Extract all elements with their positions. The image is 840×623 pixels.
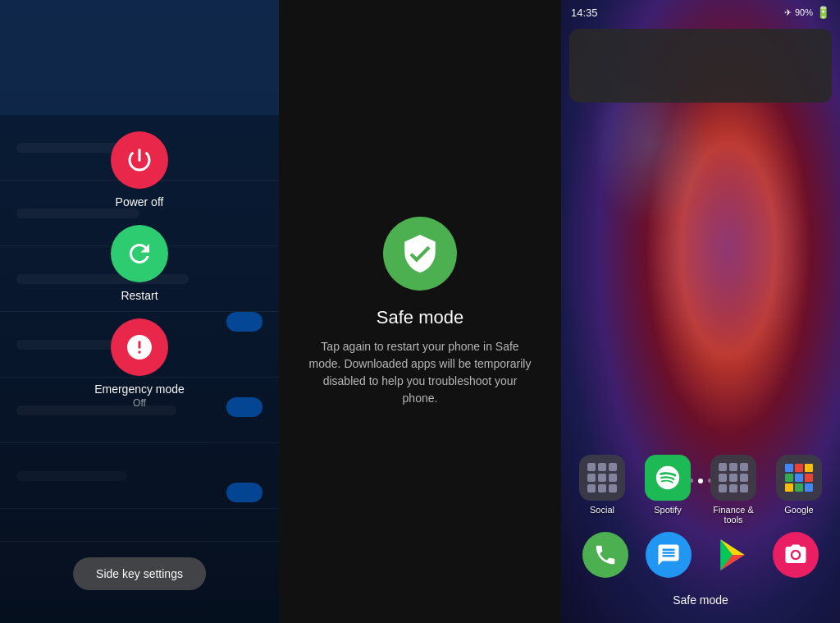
safe-mode-bottom-label: Safe mode	[561, 593, 840, 607]
spotify-label: Spotify	[654, 505, 682, 515]
battery-icon: 🔋	[816, 6, 830, 19]
phone-screen: 14:35 ✈ 90% 🔋 Social	[561, 0, 840, 623]
power-menu: Power off Restart Emergency mode Off	[0, 131, 279, 425]
battery-text: 90%	[795, 7, 813, 17]
power-icon	[125, 145, 154, 175]
play-store-icon	[712, 534, 753, 575]
google-app-icon	[776, 455, 822, 501]
side-key-settings-button[interactable]: Side key settings	[73, 557, 206, 590]
social-label: Social	[590, 505, 614, 515]
power-off-label: Power off	[116, 195, 164, 208]
dock-messages[interactable]	[646, 532, 692, 578]
app-grid: Social Spotify Finance & tools	[561, 455, 840, 525]
google-label: Google	[784, 505, 813, 515]
app-google[interactable]: Google	[770, 455, 828, 525]
messages-icon	[656, 543, 681, 567]
restart-label: Restart	[121, 289, 158, 302]
restart-icon-circle	[111, 225, 168, 282]
finance-icon-grid	[712, 456, 755, 499]
power-off-icon-circle	[111, 131, 168, 189]
airplane-icon: ✈	[784, 7, 792, 18]
finance-app-icon	[710, 455, 756, 501]
dock-play[interactable]	[710, 532, 756, 578]
power-off-item[interactable]: Power off	[111, 131, 168, 208]
dock	[561, 532, 840, 578]
status-bar: 14:35 ✈ 90% 🔋	[561, 0, 840, 25]
finance-label: Finance & tools	[705, 505, 762, 525]
restart-item[interactable]: Restart	[111, 225, 168, 302]
spotify-app-icon	[645, 455, 691, 501]
camera-icon	[783, 543, 808, 567]
emergency-label: Emergency mode	[94, 383, 185, 396]
status-time: 14:35	[571, 7, 598, 19]
dock-camera[interactable]	[773, 532, 819, 578]
emergency-item[interactable]: Emergency mode Off	[94, 318, 185, 409]
emergency-icon	[125, 332, 154, 362]
app-finance[interactable]: Finance & tools	[705, 455, 762, 525]
social-icon-grid	[581, 456, 623, 499]
notification-card[interactable]	[569, 29, 832, 103]
safe-mode-panel: Safe mode Tap again to restart your phon…	[279, 0, 561, 623]
social-app-icon	[579, 455, 625, 501]
phone-call-icon	[593, 543, 618, 567]
status-icons: ✈ 90% 🔋	[784, 6, 830, 19]
emergency-icon-circle	[111, 318, 168, 376]
app-social[interactable]: Social	[573, 455, 631, 525]
google-icon-grid	[780, 459, 818, 497]
emergency-sublabel: Off	[133, 397, 146, 409]
spotify-logo-icon	[654, 464, 682, 492]
restart-icon	[125, 239, 154, 268]
safe-mode-title: Safe mode	[377, 307, 463, 328]
safe-mode-description: Tap again to restart your phone in Safe …	[305, 338, 535, 407]
app-spotify[interactable]: Spotify	[639, 455, 696, 525]
power-menu-panel: Power off Restart Emergency mode Off Sid…	[0, 0, 279, 623]
header-blur	[0, 0, 279, 115]
dock-phone[interactable]	[582, 532, 628, 578]
shield-check-icon	[399, 233, 441, 274]
safe-mode-icon-circle[interactable]	[383, 217, 457, 291]
